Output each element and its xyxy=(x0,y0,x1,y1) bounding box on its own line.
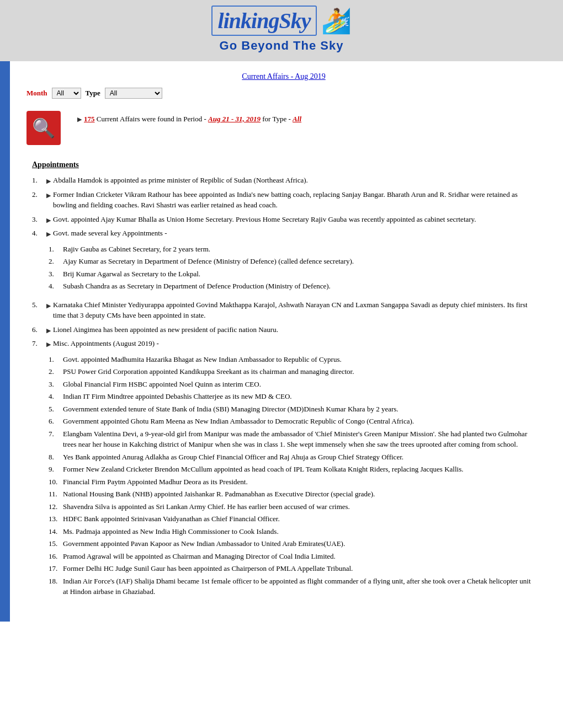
item-number: 4. xyxy=(32,228,44,239)
sub-item-text: Former New Zealand Cricketer Brendon McC… xyxy=(63,464,463,475)
sub-item-number: 3. xyxy=(49,269,61,280)
type-label: Type xyxy=(86,89,100,98)
sub-item-text: Yes Bank appointed Anurag Adlakha as Gro… xyxy=(63,452,403,463)
item-text: Abdalla Hamdok is appointed as prime min… xyxy=(53,175,535,186)
item-number: 7. xyxy=(32,338,44,349)
sub-item-text: Subash Chandra as as Secretary in Depart… xyxy=(63,281,331,292)
sub-item-number: 3. xyxy=(49,379,61,390)
sub-item-text: Government appointed Pavan Kapoor as New… xyxy=(63,538,345,549)
sub-item-number: 4. xyxy=(49,281,61,292)
arrow-icon: ▶ xyxy=(46,176,51,186)
sub-list-item: 17. Former Delhi HC Judge Sunil Gaur has… xyxy=(49,563,535,574)
sub-item-text: HDFC Bank appointed Srinivasan Vaidyanat… xyxy=(63,513,280,524)
sub-item-number: 17. xyxy=(49,563,61,574)
sub-item-number: 7. xyxy=(49,429,61,450)
item-text: Former Indian Cricketer Vikram Rathour h… xyxy=(53,189,535,211)
item-number: 5. xyxy=(32,299,44,311)
sub-list-item: 8. Yes Bank appointed Anurag Adlakha as … xyxy=(49,452,535,463)
sub-list-item: 7. Elangbam Valentina Devi, a 9-year-old… xyxy=(49,429,535,450)
arrow-icon: ▶ xyxy=(46,326,51,335)
search-icon: 🔍 xyxy=(26,111,61,145)
sub-item-number: 5. xyxy=(49,404,61,415)
month-label: Month xyxy=(26,89,47,98)
arrow-icon: ▶ xyxy=(46,191,51,200)
sub-item-number: 2. xyxy=(49,256,61,267)
list-item: 7. ▶ Misc. Appointments (August 2019) - … xyxy=(32,338,535,602)
item-number: 1. xyxy=(32,175,44,186)
appointments-list: 1. ▶ Abdalla Hamdok is appointed as prim… xyxy=(32,175,535,602)
type-select[interactable]: All AppointmentsAwardsSports ScienceEcon… xyxy=(105,88,162,99)
sub-item-number: 1. xyxy=(49,354,61,365)
sub-list: 1. Rajiv Gauba as Cabinet Secretary, for… xyxy=(49,244,354,293)
logo-area: linkingSky 🏄 xyxy=(211,6,352,36)
item-number: 3. xyxy=(32,214,44,225)
sub-item-text: Elangbam Valentina Devi, a 9-year-old gi… xyxy=(63,429,535,450)
sub-list-item: 2. Ajay Kumar as Secretary in Department… xyxy=(49,256,354,267)
item-number: 6. xyxy=(32,324,44,335)
left-stripe xyxy=(0,61,10,622)
main-content: Appointments 1. ▶ Abdalla Hamdok is appo… xyxy=(26,160,541,602)
sub-list-item: 3. Global Financial Firm HSBC appointed … xyxy=(49,379,535,390)
item-text: Govt. made several key Appointments - xyxy=(53,228,167,239)
arrow-icon: ▶ xyxy=(46,340,51,349)
sub-item-text: Ms. Padmaja appointed as New India High … xyxy=(63,526,279,537)
sub-item-text: Rajiv Gauba as Cabinet Secretary, for 2 … xyxy=(63,244,210,255)
filter-row: Month All JanFebMarApr MayJunJulAug SepO… xyxy=(26,88,541,99)
sub-list-item: 11. National Housing Bank (NHB) appointe… xyxy=(49,489,535,500)
sub-list-item: 10. Financial Firm Paytm Appointed Madhu… xyxy=(49,477,535,488)
surfer-icon: 🏄 xyxy=(321,7,352,35)
sub-list-item: 13. HDFC Bank appointed Srinivasan Vaidy… xyxy=(49,513,535,524)
month-select[interactable]: All JanFebMarApr MayJunJulAug SepOctNovD… xyxy=(52,88,81,99)
sub-item-number: 16. xyxy=(49,551,61,562)
sub-item-number: 13. xyxy=(49,513,61,524)
sub-list-misc: 1. Govt. appointed Madhumita Hazarika Bh… xyxy=(49,354,535,599)
sub-item-number: 14. xyxy=(49,526,61,537)
sub-list-item: 4. Subash Chandra as as Secretary in Dep… xyxy=(49,281,354,292)
sub-item-text: Pramod Agrawal will be appointed as Chai… xyxy=(63,551,336,562)
sub-item-number: 9. xyxy=(49,464,61,475)
arrow-icon: ▶ xyxy=(46,229,51,239)
sub-list-item: 2. PSU Power Grid Corporation appointed … xyxy=(49,366,535,377)
item-number: 2. xyxy=(32,189,44,200)
page-title: Current Affairs - Aug 2019 xyxy=(26,72,541,81)
info-box: 🔍 ▶ 175 Current Affairs were found in Pe… xyxy=(26,106,541,149)
arrow-icon: ▶ xyxy=(46,301,51,311)
info-count-link[interactable]: 175 xyxy=(84,115,95,123)
sub-item-text: Govt. appointed Madhumita Hazarika Bhaga… xyxy=(63,354,342,365)
header: linkingSky 🏄 Go Beyond The Sky xyxy=(0,0,563,61)
sub-item-number: 15. xyxy=(49,538,61,549)
sub-item-number: 4. xyxy=(49,391,61,402)
sub-list-item: 3. Brij Kumar Agarwal as Secretary to th… xyxy=(49,269,354,280)
sub-item-text: Ajay Kumar as Secretary in Department of… xyxy=(63,256,354,267)
sub-item-text: National Housing Bank (NHB) appointed Ja… xyxy=(63,489,375,500)
item-text: Govt. appointed Ajay Kumar Bhalla as Uni… xyxy=(53,214,535,225)
sub-item-text: Financial Firm Paytm Appointed Madhur De… xyxy=(63,477,248,488)
sub-list-item: 9. Former New Zealand Cricketer Brendon … xyxy=(49,464,535,475)
sub-item-number: 12. xyxy=(49,501,61,512)
sub-list-item: 15. Government appointed Pavan Kapoor as… xyxy=(49,538,535,549)
sub-list-item: 6. Government appointed Ghotu Ram Meena … xyxy=(49,416,535,427)
sub-item-text: Indian IT Firm Mindtree appointed Debash… xyxy=(63,391,292,402)
info-text: ▶ 175 Current Affairs were found in Peri… xyxy=(67,111,301,125)
sub-item-number: 8. xyxy=(49,452,61,463)
sub-item-number: 18. xyxy=(49,576,61,597)
info-text-suffix: for Type - xyxy=(262,115,293,123)
logo-text: linkingSky xyxy=(211,6,317,36)
item-text: Lionel Aingimea has been appointed as ne… xyxy=(53,324,535,335)
item-text: Karnataka Chief Minister Yediyurappa app… xyxy=(53,299,535,321)
info-period-link[interactable]: Aug 21 - 31, 2019 xyxy=(208,115,261,123)
info-type-link[interactable]: All xyxy=(293,115,301,123)
page-title-link[interactable]: Current Affairs - Aug 2019 xyxy=(242,72,325,81)
list-item: 2. ▶ Former Indian Cricketer Vikram Rath… xyxy=(32,189,535,211)
sub-list-item: 1. Rajiv Gauba as Cabinet Secretary, for… xyxy=(49,244,354,255)
sub-item-text: Government extended tenure of State Bank… xyxy=(63,404,399,415)
sub-list-item: 4. Indian IT Firm Mindtree appointed Deb… xyxy=(49,391,535,402)
sub-item-number: 10. xyxy=(49,477,61,488)
sub-item-text: Brij Kumar Agarwal as Secretary to the L… xyxy=(63,269,200,280)
sub-list-item: 16. Pramod Agrawal will be appointed as … xyxy=(49,551,535,562)
sub-item-text: Former Delhi HC Judge Sunil Gaur has bee… xyxy=(63,563,353,574)
sub-list-item: 14. Ms. Padmaja appointed as New India H… xyxy=(49,526,535,537)
tagline: Go Beyond The Sky xyxy=(220,39,344,53)
sub-item-number: 11. xyxy=(49,489,61,500)
info-text-prefix: Current Affairs were found in Period - xyxy=(97,115,208,123)
